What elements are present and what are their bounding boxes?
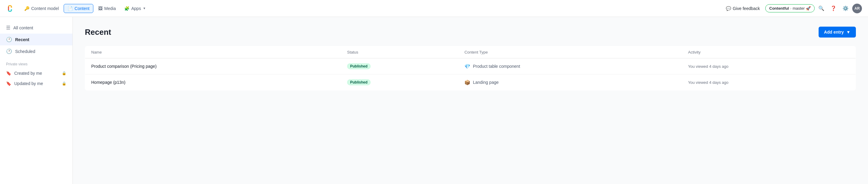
recent-label: Recent	[15, 37, 29, 42]
table-header: Name Status Content Type Activity	[85, 46, 856, 59]
top-navigation: 🔑 Content model 📄 Content 🖼 Media 🧩 Apps…	[0, 0, 868, 17]
bookmark-icon-2: 🔖	[6, 81, 11, 86]
sidebar-item-created-by-me[interactable]: 🔖 Created by me 🔒	[0, 68, 72, 78]
col-status: Status	[341, 46, 458, 59]
content-model-icon: 🔑	[24, 6, 29, 11]
sidebar-item-scheduled[interactable]: 🕐 Scheduled	[0, 45, 72, 57]
lock-icon-created: 🔒	[62, 71, 66, 75]
nav-apps[interactable]: 🧩 Apps ▼	[121, 4, 149, 13]
svg-point-2	[10, 9, 12, 10]
app-layout: ☰ All content 🕐 Recent 🕐 Scheduled Priva…	[0, 17, 868, 184]
entry-name-cell-0: Product comparison (Pricing page)	[85, 59, 341, 74]
add-entry-button[interactable]: Add entry ▼	[818, 27, 856, 38]
content-type-label-0: Product table component	[473, 64, 520, 69]
page-header: Recent Add entry ▼	[85, 27, 856, 38]
gear-icon: ⚙️	[842, 5, 848, 11]
apps-dropdown-icon: ▼	[143, 7, 146, 10]
nav-content-label: Content	[74, 6, 89, 11]
page-title: Recent	[85, 28, 111, 37]
apps-icon: 🧩	[124, 6, 129, 11]
all-content-label: All content	[13, 26, 33, 30]
entry-content-type-cell-0: 💎 Product table component	[458, 59, 682, 74]
rocket-icon: 🚀	[806, 6, 811, 10]
logo[interactable]	[6, 4, 16, 13]
hamburger-icon: ☰	[6, 25, 10, 31]
col-name: Name	[85, 46, 341, 59]
updated-by-me-label: Updated by me	[14, 81, 43, 86]
settings-button[interactable]: ⚙️	[840, 3, 851, 14]
content-table: Name Status Content Type Activity Produc…	[85, 46, 856, 90]
nav-apps-label: Apps	[131, 6, 141, 11]
sidebar-item-recent[interactable]: 🕐 Recent	[0, 34, 72, 45]
clock-icon: 🕐	[6, 48, 12, 54]
content-type-icon-0: 💎	[464, 64, 470, 69]
bookmark-icon: 🔖	[6, 71, 11, 76]
content-type-icon-1: 📦	[464, 80, 470, 85]
svg-point-0	[6, 4, 16, 13]
entry-name-1: Homepage (p13n)	[91, 80, 125, 85]
private-views-label: Private views	[0, 57, 72, 68]
status-badge-0: Published	[347, 63, 370, 69]
add-entry-label: Add entry	[824, 30, 844, 35]
search-icon: 🔍	[818, 5, 824, 11]
env-arrow: ›	[790, 6, 791, 10]
content-type-0: 💎 Product table component	[464, 64, 676, 69]
nav-content-model[interactable]: 🔑 Content model	[21, 4, 62, 13]
activity-text-0: You viewed 4 days ago	[688, 64, 728, 69]
entry-name-cell-1: Homepage (p13n)	[85, 74, 341, 90]
give-feedback-button[interactable]: 💬 Give feedback	[722, 4, 764, 13]
feedback-icon: 💬	[726, 6, 731, 11]
recent-icon: 🕐	[6, 37, 12, 42]
content-icon: 📄	[68, 6, 73, 11]
nav-content-model-label: Content model	[31, 6, 59, 11]
main-content: Recent Add entry ▼ Name Status Content T…	[73, 17, 868, 184]
svg-point-1	[10, 6, 12, 7]
nav-media[interactable]: 🖼 Media	[95, 4, 119, 13]
search-button[interactable]: 🔍	[816, 3, 827, 14]
scheduled-label: Scheduled	[15, 49, 35, 54]
add-entry-dropdown-icon: ▼	[846, 30, 850, 35]
entry-activity-cell-0: You viewed 4 days ago	[682, 59, 856, 74]
entry-content-type-cell-1: 📦 Landing page	[458, 74, 682, 90]
help-button[interactable]: ❓	[828, 3, 839, 14]
environment-name: master	[793, 6, 805, 10]
activity-text-1: You viewed 4 days ago	[688, 80, 728, 85]
content-type-label-1: Landing page	[473, 80, 499, 85]
content-type-1: 📦 Landing page	[464, 80, 676, 85]
help-icon: ❓	[830, 5, 836, 11]
lock-icon-updated: 🔒	[62, 81, 66, 86]
sidebar-item-all-content[interactable]: ☰ All content	[0, 22, 72, 34]
sidebar-item-updated-by-me[interactable]: 🔖 Updated by me 🔒	[0, 78, 72, 89]
entry-status-cell-1: Published	[341, 74, 458, 90]
nav-media-label: Media	[104, 6, 116, 11]
status-badge-1: Published	[347, 79, 370, 85]
avatar[interactable]: AR	[852, 4, 862, 13]
nav-content[interactable]: 📄 Content	[64, 4, 93, 13]
table-row[interactable]: Homepage (p13n) Published 📦 Landing page…	[85, 74, 856, 90]
sidebar: ☰ All content 🕐 Recent 🕐 Scheduled Priva…	[0, 17, 73, 184]
media-icon: 🖼	[98, 6, 102, 11]
table-row[interactable]: Product comparison (Pricing page) Publis…	[85, 59, 856, 74]
created-by-me-label: Created by me	[14, 71, 42, 76]
entry-status-cell-0: Published	[341, 59, 458, 74]
environment-badge[interactable]: Contentful › master 🚀	[765, 4, 815, 12]
avatar-initials: AR	[855, 6, 860, 10]
col-activity: Activity	[682, 46, 856, 59]
col-content-type: Content Type	[458, 46, 682, 59]
entry-activity-cell-1: You viewed 4 days ago	[682, 74, 856, 90]
space-name: Contentful	[769, 6, 789, 10]
entry-name-0: Product comparison (Pricing page)	[91, 64, 157, 69]
give-feedback-label: Give feedback	[733, 6, 760, 11]
